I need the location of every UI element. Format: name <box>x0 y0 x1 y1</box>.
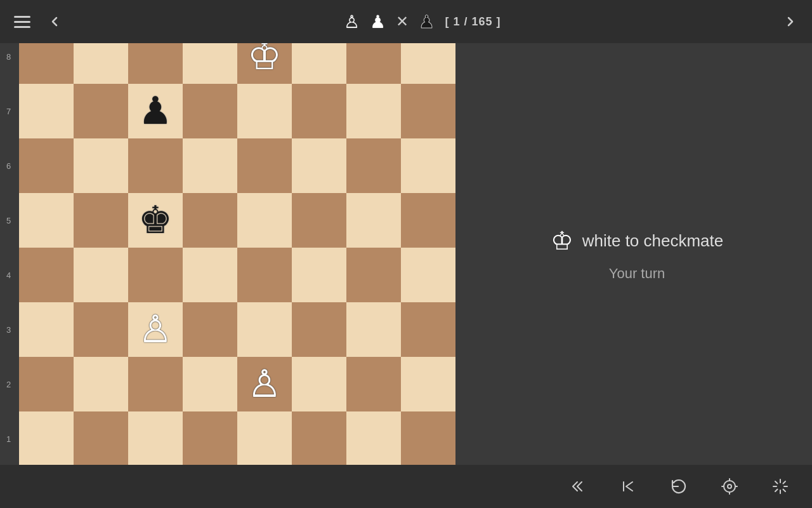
cell-a2[interactable] <box>19 357 74 411</box>
rewind-button[interactable] <box>565 474 590 499</box>
refresh-icon <box>670 478 688 495</box>
back-start-button[interactable] <box>615 474 641 499</box>
cell-d5[interactable] <box>183 193 237 248</box>
bottom-toolbar <box>0 465 812 508</box>
cell-c3[interactable]: ♙ <box>128 302 183 357</box>
cell-f1[interactable] <box>292 411 346 465</box>
cell-e6[interactable] <box>237 138 292 193</box>
cell-b5[interactable] <box>74 193 128 248</box>
cell-h3[interactable] <box>401 302 455 357</box>
white-figure-icon: ♟ <box>370 11 386 32</box>
cell-g8[interactable] <box>346 43 401 84</box>
cell-c6[interactable] <box>128 138 183 193</box>
cell-a8[interactable] <box>19 43 74 84</box>
cell-f7[interactable] <box>292 84 346 138</box>
svg-line-12 <box>783 490 786 492</box>
white-pawn-c3: ♙ <box>138 311 173 349</box>
cell-e3[interactable] <box>237 302 292 357</box>
cell-a5[interactable] <box>19 193 74 248</box>
cell-e4[interactable] <box>237 248 292 302</box>
cell-h8[interactable] <box>401 43 455 84</box>
cell-g1[interactable] <box>346 411 401 465</box>
cell-h2[interactable] <box>401 357 455 411</box>
cell-a6[interactable] <box>19 138 74 193</box>
cell-b7[interactable] <box>74 84 128 138</box>
cell-h7[interactable] <box>401 84 455 138</box>
cell-d3[interactable] <box>183 302 237 357</box>
menu-button[interactable] <box>11 13 33 30</box>
cell-g5[interactable] <box>346 193 401 248</box>
svg-point-1 <box>724 481 735 492</box>
cell-f3[interactable] <box>292 302 346 357</box>
cell-e5[interactable] <box>237 193 292 248</box>
refresh-button[interactable] <box>666 474 691 499</box>
black-pawn-icon: ♟ <box>419 11 435 32</box>
white-king-e8: ♔ <box>247 43 282 76</box>
cell-f8[interactable] <box>292 43 346 84</box>
cell-d4[interactable] <box>183 248 237 302</box>
cell-e7[interactable] <box>237 84 292 138</box>
cell-c1[interactable] <box>128 411 183 465</box>
magic-icon <box>771 478 789 495</box>
cell-c8[interactable] <box>128 43 183 84</box>
black-king-c5: ♚ <box>138 201 173 239</box>
cell-a4[interactable] <box>19 248 74 302</box>
svg-line-11 <box>775 481 778 484</box>
puzzle-subtitle: Your turn <box>609 265 665 282</box>
rank-3: 3 <box>6 302 13 357</box>
cell-g3[interactable] <box>346 302 401 357</box>
cell-e1[interactable] <box>237 411 292 465</box>
black-pawn-c7: ♟ <box>138 92 173 130</box>
next-button[interactable] <box>780 11 801 32</box>
cell-b6[interactable] <box>74 138 128 193</box>
rank-5: 5 <box>6 193 13 248</box>
cell-c2[interactable] <box>128 357 183 411</box>
cell-d6[interactable] <box>183 138 237 193</box>
cell-g2[interactable] <box>346 357 401 411</box>
cell-c4[interactable] <box>128 248 183 302</box>
cell-c7[interactable]: ♟ <box>128 84 183 138</box>
cell-a7[interactable] <box>19 84 74 138</box>
cell-g6[interactable] <box>346 138 401 193</box>
cell-d2[interactable] <box>183 357 237 411</box>
cell-b8[interactable] <box>74 43 128 84</box>
cell-e2[interactable]: ♙ <box>237 357 292 411</box>
svg-line-14 <box>775 490 778 492</box>
cell-f4[interactable] <box>292 248 346 302</box>
magic-button[interactable] <box>768 474 793 499</box>
cell-f5[interactable] <box>292 193 346 248</box>
cell-d8[interactable] <box>183 43 237 84</box>
cell-b2[interactable] <box>74 357 128 411</box>
puzzle-header: ♔ white to checkmate <box>551 226 724 255</box>
cell-g7[interactable] <box>346 84 401 138</box>
cell-c5[interactable]: ♚ <box>128 193 183 248</box>
cell-b4[interactable] <box>74 248 128 302</box>
target-button[interactable] <box>717 474 742 499</box>
cell-f2[interactable] <box>292 357 346 411</box>
rank-8: 8 <box>6 43 13 84</box>
cell-d1[interactable] <box>183 411 237 465</box>
cell-a3[interactable] <box>19 302 74 357</box>
cell-h1[interactable] <box>401 411 455 465</box>
white-pawn-icon: ♙ <box>344 11 360 32</box>
cell-h4[interactable] <box>401 248 455 302</box>
cell-b1[interactable] <box>74 411 128 465</box>
cell-e8[interactable]: ♔ <box>237 43 292 84</box>
cell-b3[interactable] <box>74 302 128 357</box>
chessboard[interactable]: ♔ ♟ <box>19 43 455 465</box>
puzzle-counter: [ 1 / 165 ] <box>445 15 501 29</box>
back-start-icon <box>619 478 637 495</box>
rewind-icon <box>568 478 586 495</box>
rank-1: 1 <box>6 411 13 465</box>
cell-d7[interactable] <box>183 84 237 138</box>
back-button[interactable] <box>44 11 65 32</box>
rank-6: 6 <box>6 138 13 193</box>
cell-h6[interactable] <box>401 138 455 193</box>
cell-g4[interactable] <box>346 248 401 302</box>
cell-a1[interactable] <box>19 411 74 465</box>
target-icon <box>721 478 738 495</box>
cell-h5[interactable] <box>401 193 455 248</box>
main-area: 8 7 6 5 4 3 2 1 ♔ <box>0 43 812 465</box>
cell-f6[interactable] <box>292 138 346 193</box>
next-icon <box>783 14 798 29</box>
